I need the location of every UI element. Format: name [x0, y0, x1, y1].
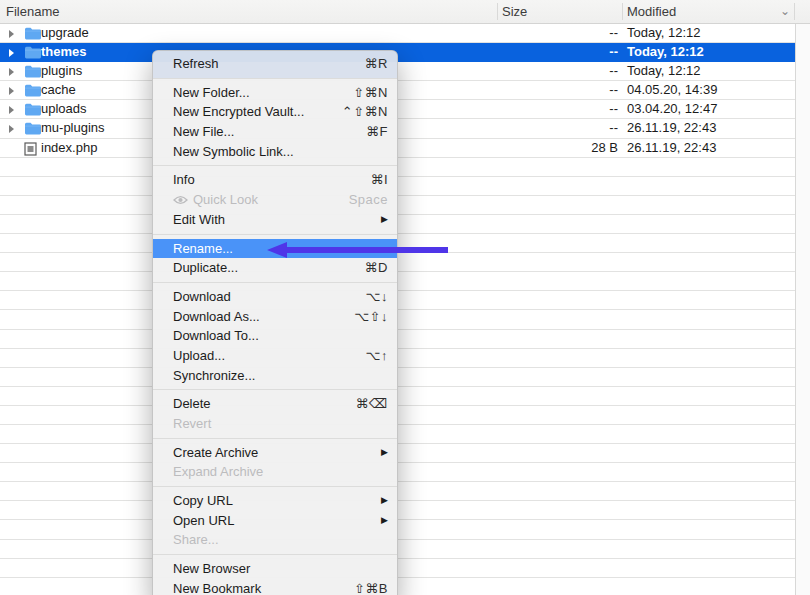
size-cell: --	[500, 24, 618, 43]
menu-item-label: New Encrypted Vault...	[173, 104, 304, 119]
menu-item-duplicate[interactable]: Duplicate...⌘D	[153, 258, 397, 278]
size-cell: --	[500, 81, 618, 100]
menu-separator	[153, 282, 397, 283]
menu-item-label: Expand Archive	[173, 464, 263, 479]
filename-cell: uploads	[41, 100, 87, 119]
menu-item-download[interactable]: Download⌥↓	[153, 287, 397, 307]
scrollbar-track[interactable]	[795, 24, 810, 595]
menu-separator	[153, 389, 397, 390]
disclosure-triangle-icon[interactable]	[9, 68, 14, 76]
menu-item-shortcut: ⌘F	[366, 122, 388, 142]
disclosure-triangle-icon[interactable]	[9, 49, 14, 57]
menu-item-synchronize[interactable]: Synchronize...	[153, 366, 397, 386]
menu-item-quick-look: Quick LookSpace	[153, 190, 397, 210]
menu-item-label: Revert	[173, 416, 211, 431]
menu-item-label: Open URL	[173, 513, 234, 528]
column-options-chevron-icon[interactable]: ⌄	[780, 0, 790, 23]
disclosure-triangle-icon[interactable]	[9, 125, 14, 133]
size-cell: --	[500, 119, 618, 138]
disclosure-triangle-icon[interactable]	[9, 30, 14, 38]
menu-item-refresh[interactable]: Refresh⌘R	[153, 54, 397, 74]
menu-item-edit-with[interactable]: Edit With▶	[153, 210, 397, 230]
filename-cell: themes	[41, 43, 87, 62]
column-header-modified[interactable]: Modified	[627, 0, 676, 23]
menu-separator	[153, 486, 397, 487]
menu-item-shortcut: ⌘I	[370, 170, 388, 190]
menu-item-label: Create Archive	[173, 445, 258, 460]
menu-item-revert: Revert	[153, 414, 397, 434]
menu-item-create-archive[interactable]: Create Archive▶	[153, 443, 397, 463]
menu-item-new-file[interactable]: New File...⌘F	[153, 122, 397, 142]
folder-icon	[24, 122, 42, 135]
menu-item-open-url[interactable]: Open URL▶	[153, 511, 397, 531]
menu-item-label: New Bookmark	[173, 581, 261, 595]
size-cell: --	[500, 100, 618, 119]
modified-cell: 04.05.20, 14:39	[627, 81, 717, 100]
menu-item-download-to[interactable]: Download To...	[153, 326, 397, 346]
size-cell: 28 B	[500, 139, 618, 158]
file-browser-window: Filename Size Modified ⌄ upgrade--Today,…	[0, 0, 810, 595]
menu-item-copy-url[interactable]: Copy URL▶	[153, 491, 397, 511]
menu-item-shortcut: ⌥⇧↓	[354, 307, 388, 327]
menu-item-shortcut: ⌘⌫	[356, 394, 388, 414]
context-menu-items: Refresh⌘RNew Folder...⇧⌘NNew Encrypted V…	[153, 54, 397, 595]
menu-item-label: Duplicate...	[173, 260, 238, 275]
menu-item-new-browser[interactable]: New Browser	[153, 559, 397, 579]
menu-item-label: Info	[173, 172, 195, 187]
submenu-arrow-icon: ▶	[381, 443, 388, 463]
menu-item-label: New File...	[173, 124, 234, 139]
modified-cell: 26.11.19, 22:43	[627, 139, 716, 158]
menu-item-info[interactable]: Info⌘I	[153, 170, 397, 190]
menu-separator	[153, 165, 397, 166]
filename-cell: plugins	[41, 62, 82, 81]
menu-item-rename[interactable]: Rename...	[153, 239, 397, 259]
menu-item-share: Share...	[153, 530, 397, 550]
disclosure-triangle-icon[interactable]	[9, 106, 14, 114]
menu-item-label: Download To...	[173, 328, 259, 343]
menu-item-label: Download	[173, 289, 231, 304]
menu-item-label: Edit With	[173, 212, 225, 227]
file-row-upgrade[interactable]: upgrade--Today, 12:12	[0, 24, 795, 43]
menu-item-delete[interactable]: Delete⌘⌫	[153, 394, 397, 414]
modified-cell: Today, 12:12	[627, 43, 704, 62]
menu-item-new-symbolic-link[interactable]: New Symbolic Link...	[153, 142, 397, 162]
menu-item-expand-archive: Expand Archive	[153, 462, 397, 482]
column-divider[interactable]	[497, 3, 498, 20]
menu-item-shortcut: ⌘R	[365, 54, 388, 74]
modified-cell: Today, 12:12	[627, 62, 700, 81]
menu-item-upload[interactable]: Upload...⌥↑	[153, 346, 397, 366]
filename-cell: index.php	[41, 139, 97, 158]
submenu-arrow-icon: ▶	[381, 491, 388, 511]
column-divider[interactable]	[622, 3, 623, 20]
folder-icon	[24, 27, 42, 40]
filename-cell: upgrade	[41, 24, 89, 43]
menu-item-shortcut: Space	[349, 190, 388, 210]
eye-icon	[173, 191, 188, 211]
folder-icon	[24, 65, 42, 78]
menu-item-label: Download As...	[173, 309, 260, 324]
column-divider	[794, 3, 795, 20]
menu-separator	[153, 438, 397, 439]
menu-item-shortcut: ⌥↓	[366, 287, 388, 307]
menu-item-label: New Symbolic Link...	[173, 144, 294, 159]
folder-icon	[24, 46, 42, 59]
column-header-size[interactable]: Size	[502, 0, 527, 23]
menu-item-shortcut: ⌥↑	[366, 346, 388, 366]
modified-cell: Today, 12:12	[627, 24, 700, 43]
context-menu: Refresh⌘RNew Folder...⇧⌘NNew Encrypted V…	[152, 50, 398, 595]
menu-item-shortcut: ⌘D	[365, 258, 388, 278]
menu-separator	[153, 234, 397, 235]
menu-item-new-bookmark[interactable]: New Bookmark⇧⌘B	[153, 579, 397, 595]
menu-item-label: New Folder...	[173, 85, 250, 100]
menu-item-new-encrypted-vault[interactable]: New Encrypted Vault...⌃⇧⌘N	[153, 102, 397, 122]
column-header-filename[interactable]: Filename	[6, 0, 59, 23]
menu-item-shortcut: ⌃⇧⌘N	[342, 102, 388, 122]
menu-item-download-as[interactable]: Download As...⌥⇧↓	[153, 307, 397, 327]
menu-item-new-folder[interactable]: New Folder...⇧⌘N	[153, 83, 397, 103]
modified-cell: 26.11.19, 22:43	[627, 119, 716, 138]
submenu-arrow-icon: ▶	[381, 210, 388, 230]
menu-item-label: Rename...	[173, 241, 233, 256]
size-cell: --	[500, 62, 618, 81]
disclosure-triangle-icon[interactable]	[9, 87, 14, 95]
menu-item-label: Copy URL	[173, 493, 233, 508]
